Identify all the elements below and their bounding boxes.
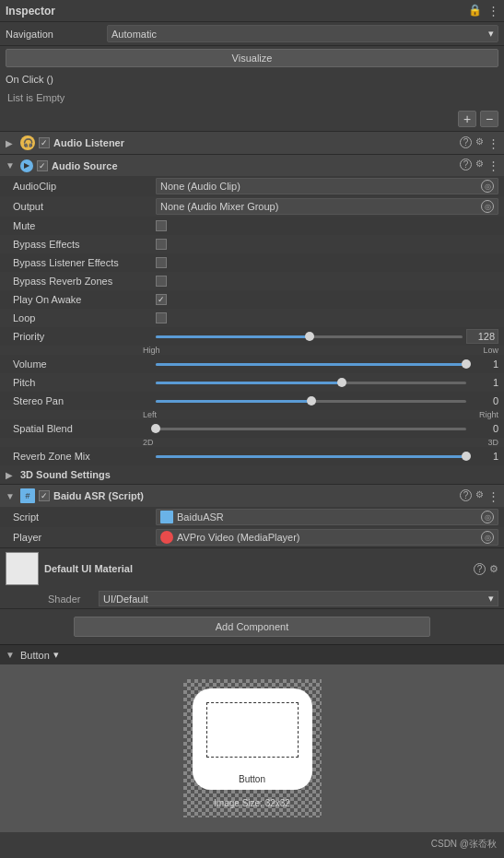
pitch-slider-thumb[interactable] [337,378,346,387]
button-section-header: ▼ Button ▾ [0,645,504,664]
audioclip-select-icon[interactable]: ◎ [481,180,494,193]
audio-listener-enabled[interactable]: ✓ [39,137,50,148]
bypass-effects-checkbox[interactable] [156,239,167,250]
inspector-header: Inspector 🔒 ⋮ [0,0,504,22]
audio-source-icons: ? ⚙ ⋮ [460,159,498,172]
reverb-slider-container [156,455,466,458]
material-help-icon[interactable]: ? [474,563,486,575]
add-event-button[interactable]: + [458,111,476,127]
3d-sound-chevron: ▶ [6,470,17,480]
baidu-asr-enabled[interactable]: ✓ [39,490,50,501]
volume-slider-track[interactable] [156,363,466,366]
visualize-button[interactable]: Visualize [6,49,498,67]
audio-source-menu-icon[interactable]: ⋮ [487,159,498,172]
button-section-title: Button [20,650,50,661]
pitch-value: 1 [466,377,498,388]
audio-source-chevron[interactable]: ▼ [6,160,17,170]
play-on-awake-checkbox[interactable]: ✓ [156,294,167,305]
spatial-slider-thumb[interactable] [151,424,160,433]
3d-sound-settings-header[interactable]: ▶ 3D Sound Settings [0,465,504,484]
baidu-asr-menu-icon[interactable]: ⋮ [487,489,498,503]
output-select-icon[interactable]: ◎ [481,200,494,213]
spatial-slider-track[interactable] [156,428,466,430]
button-section-chevron[interactable]: ▼ [6,650,17,660]
shader-value[interactable]: UI/Default ▾ [99,591,498,606]
onclick-footer: + − [6,107,498,127]
material-title: Default UI Material [44,563,468,574]
spatial-slider-container [156,428,466,430]
audio-source-help-icon[interactable]: ? [460,159,472,170]
script-select-icon[interactable]: ◎ [481,511,494,523]
reverb-zone-label: Reverb Zone Mix [13,451,156,462]
3d-sound-label: 3D Sound Settings [20,469,111,480]
priority-slider-track[interactable] [156,335,463,338]
reverb-slider-track[interactable] [156,455,466,458]
button-preview-area: Button Image Size: 32x32 [0,664,504,832]
audio-listener-help-icon[interactable]: ? [460,136,472,148]
add-component-button[interactable]: Add Component [74,617,430,637]
volume-slider-thumb[interactable] [462,359,471,369]
lock-icon[interactable]: 🔒 [468,4,482,18]
reverb-slider-thumb[interactable] [462,452,471,461]
button-dropdown-arrow[interactable]: ▾ [53,649,59,661]
loop-checkbox[interactable] [156,312,167,323]
audioclip-value[interactable]: None (Audio Clip) ◎ [156,178,498,194]
audio-source-section: ▼ ▶ ✓ Audio Source ? ⚙ ⋮ AudioClip None … [0,155,504,485]
baidu-asr-settings-icon[interactable]: ⚙ [475,489,484,503]
volume-row: Volume 1 [0,355,504,373]
stereo-right-label: Right [479,410,498,419]
script-row: Script BaiduASR ◎ [0,507,504,527]
baidu-asr-section: ▼ # ✓ Baidu ASR (Script) ? ⚙ ⋮ Script Ba… [0,485,504,548]
baidu-asr-chevron[interactable]: ▼ [6,491,17,501]
material-icons: ? ⚙ [474,563,498,575]
spatial-2d-label: 2D [143,438,154,447]
material-preview [6,552,39,585]
script-value: BaiduASR [177,511,224,523]
remove-event-button[interactable]: − [480,111,498,127]
material-settings-icon[interactable]: ⚙ [489,563,498,575]
inspector-title: Inspector [6,5,55,18]
audio-listener-chevron[interactable]: ▶ [6,138,17,148]
stereo-slider-thumb[interactable] [307,396,316,405]
pitch-slider-track[interactable] [156,382,466,384]
bypass-reverb-label: Bypass Reverb Zones [13,276,156,287]
priority-high-label: High [143,346,160,355]
bypass-effects-row: Bypass Effects [0,235,504,253]
button-section: ▼ Button ▾ Button Image Size: 32x32 [0,644,504,832]
spatial-blend-row: Spatial Blend 0 [0,419,504,438]
spatial-blend-value: 0 [466,423,498,434]
mute-checkbox[interactable] [156,220,167,231]
baidu-asr-help-icon[interactable]: ? [460,489,472,501]
bypass-reverb-checkbox[interactable] [156,276,167,287]
audio-source-enabled[interactable]: ✓ [37,160,48,171]
volume-label: Volume [13,358,156,370]
player-value: AVPro Video (MediaPlayer) [177,532,300,543]
shader-dropdown-arrow: ▾ [488,593,494,605]
script-value-container[interactable]: BaiduASR ◎ [156,509,498,525]
audio-source-settings-icon[interactable]: ⚙ [475,159,484,172]
stereo-slider-track[interactable] [156,400,466,403]
button-size-text: Image Size: 32x32 [183,798,322,808]
menu-icon[interactable]: ⋮ [487,4,498,18]
pitch-slider-container [156,382,466,384]
material-section: Default UI Material ? ⚙ Shader UI/Defaul… [0,548,504,609]
onclick-label: On Click () [6,74,498,85]
spatial-3d-label: 3D [487,438,498,447]
headphone-icon: 🎧 [20,135,35,150]
priority-low-label: Low [483,346,498,355]
priority-value[interactable]: 128 [466,329,498,344]
chevron-down-icon: ▾ [488,28,494,40]
audioclip-label: AudioClip [13,181,156,192]
player-select-icon[interactable]: ◎ [481,531,494,544]
audio-listener-settings-icon[interactable]: ⚙ [475,136,484,150]
material-header: Default UI Material ? ⚙ [0,548,504,589]
output-value[interactable]: None (Audio Mixer Group) ◎ [156,198,498,215]
audio-listener-icons: ? ⚙ ⋮ [460,136,498,150]
shader-label: Shader [48,594,99,605]
priority-slider-thumb[interactable] [305,332,314,341]
bypass-listener-checkbox[interactable] [156,257,167,268]
player-value-container[interactable]: AVPro Video (MediaPlayer) ◎ [156,529,498,546]
navigation-dropdown[interactable]: Automatic ▾ [107,25,498,42]
audio-listener-menu-icon[interactable]: ⋮ [487,136,498,150]
baidu-asr-header: ▼ # ✓ Baidu ASR (Script) ? ⚙ ⋮ [0,485,504,507]
